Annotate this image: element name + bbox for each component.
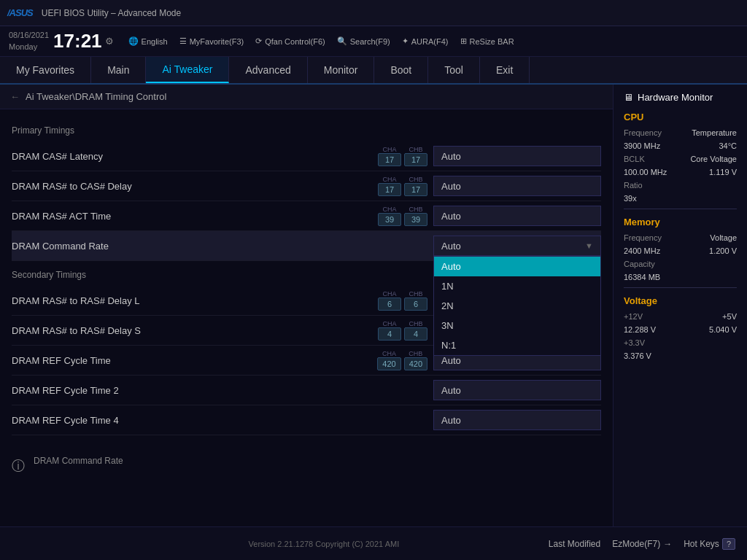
tab-my-favorites[interactable]: My Favorites: [0, 57, 91, 83]
mem-freq-volt-labels: Frequency Voltage: [624, 233, 737, 242]
primary-timings-header: Primary Timings: [12, 125, 601, 136]
aura-icon: ✦: [402, 36, 409, 46]
rds-chb-container: CHB 4: [404, 320, 427, 341]
hot-keys-button[interactable]: Hot Keys ?: [684, 538, 735, 550]
ras-delay-l-chips: CHA 6 CHB 6: [378, 290, 427, 311]
cas-latency-chips: CHA 17 CHB 17: [378, 146, 427, 166]
dropdown-option-auto[interactable]: Auto: [434, 257, 600, 276]
rat-cha-val: 39: [378, 213, 401, 226]
rat-chb-container: CHB 39: [404, 206, 427, 226]
hardware-monitor-sidebar: 🖥 Hardware Monitor CPU Frequency Tempera…: [613, 85, 747, 526]
tab-exit[interactable]: Exit: [480, 57, 530, 83]
mem-capacity-val: 16384 MB: [624, 273, 737, 281]
mem-voltage-label: Voltage: [710, 233, 737, 242]
rdl-chb-container: CHB 6: [404, 290, 427, 311]
aura-shortcut[interactable]: ✦ AURA(F4): [402, 36, 449, 46]
v5-val: 5.040 V: [709, 325, 737, 334]
cpu-freq-temp-vals: 3900 MHz 34°C: [624, 141, 737, 150]
command-rate-dropdown-menu[interactable]: Auto 1N 2N 3N N:1: [433, 256, 601, 356]
cas-latency-value[interactable]: Auto: [433, 146, 601, 166]
last-modified-button[interactable]: Last Modified: [549, 538, 600, 550]
resize-icon: ⊞: [460, 36, 467, 46]
cpu-core-voltage-val: 1.119 V: [709, 168, 737, 176]
ref-cycle-4-value[interactable]: Auto: [433, 410, 601, 430]
myfavorite-shortcut[interactable]: ☰ MyFavorite(F3): [179, 36, 244, 46]
back-arrow[interactable]: ←: [10, 91, 20, 102]
ref-cycle-2-label: DRAM REF Cycle Time 2: [12, 385, 433, 396]
resize-shortcut[interactable]: ⊞ ReSize BAR: [460, 36, 514, 46]
breadcrumb: ← Ai Tweaker\DRAM Timing Control: [0, 85, 613, 109]
ras-act-time-value[interactable]: Auto: [433, 206, 601, 226]
search-shortcut[interactable]: 🔍 Search(F9): [337, 36, 390, 46]
footer-version: Version 2.21.1278 Copyright (C) 2021 AMI: [99, 540, 549, 548]
search-label: Search(F9): [350, 37, 390, 46]
rdl-chb-val: 6: [404, 298, 427, 311]
cpu-ratio-val: 39x: [624, 194, 737, 203]
rds-cha-val: 4: [378, 327, 401, 341]
info-text: DRAM Command Rate: [34, 456, 123, 466]
rcd-cha-val: 17: [378, 183, 401, 196]
dropdown-option-2n[interactable]: 2N: [434, 296, 600, 316]
ez-mode-button[interactable]: EzMode(F7) →: [612, 538, 672, 550]
volt-33-label-row: +3.3V: [624, 338, 737, 347]
info-icon: ⓘ: [12, 457, 25, 475]
search-icon: 🔍: [337, 36, 347, 46]
monitor-icon: 🖥: [624, 92, 633, 103]
time-display: 17:21: [53, 30, 102, 52]
bios-title: UEFI BIOS Utility – Advanced Mode: [42, 8, 740, 18]
cpu-bclk-cv-vals: 100.00 MHz 1.119 V: [624, 168, 737, 176]
cas-cha-container: CHA 17: [378, 146, 401, 166]
tab-monitor[interactable]: Monitor: [308, 57, 375, 83]
settings-icon[interactable]: ⚙: [105, 36, 114, 47]
rdl-cha-val: 6: [378, 298, 401, 311]
footer: Version 2.21.1278 Copyright (C) 2021 AMI…: [0, 526, 747, 560]
v33-val: 3.376 V: [624, 351, 737, 360]
ras-cas-delay-value[interactable]: Auto: [433, 176, 601, 196]
resize-label: ReSize BAR: [470, 37, 514, 46]
last-modified-label: Last Modified: [549, 539, 600, 549]
volt-12-5-labels: +12V +5V: [624, 312, 737, 321]
mem-frequency-label: Frequency: [624, 233, 662, 242]
datetime-bar: 08/16/2021 Monday 17:21 ⚙ 🌐 English ☰ My…: [0, 26, 747, 57]
tab-advanced[interactable]: Advanced: [229, 57, 307, 83]
myfavorite-label: MyFavorite(F3): [190, 37, 244, 46]
rct-chb-container: CHB 420: [404, 350, 427, 370]
tab-main[interactable]: Main: [91, 57, 146, 83]
cpu-ratio-label: Ratio: [624, 181, 643, 190]
voltage-section-label: Voltage: [624, 295, 737, 306]
rct-chb-val: 420: [404, 357, 427, 370]
command-rate-selected: Auto: [441, 241, 461, 252]
language-shortcut[interactable]: 🌐 English: [128, 36, 168, 46]
ref-cycle-2-value[interactable]: Auto: [433, 380, 601, 400]
ras-act-chips: CHA 39 CHB 39: [378, 206, 427, 226]
qfan-shortcut[interactable]: ⟳ Qfan Control(F6): [255, 36, 325, 46]
dropdown-option-3n[interactable]: 3N: [434, 316, 600, 335]
language-label: English: [142, 37, 168, 46]
info-bar: ⓘ DRAM Command Rate: [0, 448, 613, 482]
tab-ai-tweaker[interactable]: Ai Tweaker: [146, 57, 229, 83]
cas-chb-container: CHB 17: [404, 146, 427, 166]
breadcrumb-path: Ai Tweaker\DRAM Timing Control: [26, 91, 166, 102]
rcd-chb-val: 17: [404, 183, 427, 196]
command-rate-dropdown[interactable]: Auto ▼: [433, 236, 601, 256]
hw-monitor-title: 🖥 Hardware Monitor: [624, 92, 737, 103]
tab-boot[interactable]: Boot: [374, 57, 428, 83]
v12-val: 12.288 V: [624, 325, 656, 334]
memory-section-label: Memory: [624, 217, 737, 228]
cas-chb-val: 17: [404, 153, 427, 166]
header-bar: /ASUS UEFI BIOS Utility – Advanced Mode: [0, 0, 747, 26]
rct-cha-container: CHA 420: [377, 350, 400, 370]
rct-cha-val: 420: [377, 357, 400, 370]
cpu-frequency-row: Frequency Temperature: [624, 128, 737, 137]
ras-delay-l-label: DRAM RAS# to RAS# Delay L: [12, 295, 378, 306]
tab-tool[interactable]: Tool: [428, 57, 480, 83]
arrow-right-icon: →: [663, 539, 672, 549]
rat-chb-val: 39: [404, 213, 427, 226]
dropdown-arrow-icon: ▼: [585, 241, 593, 250]
qfan-label: Qfan Control(F6): [265, 37, 325, 46]
dropdown-option-1n[interactable]: 1N: [434, 276, 600, 296]
ref-cycle-4-row: DRAM REF Cycle Time 4 Auto: [12, 405, 601, 435]
ref-cycle-label: DRAM REF Cycle Time: [12, 355, 377, 366]
dropdown-option-n1[interactable]: N:1: [434, 335, 600, 355]
ref-cycle-4-label: DRAM REF Cycle Time 4: [12, 415, 433, 426]
